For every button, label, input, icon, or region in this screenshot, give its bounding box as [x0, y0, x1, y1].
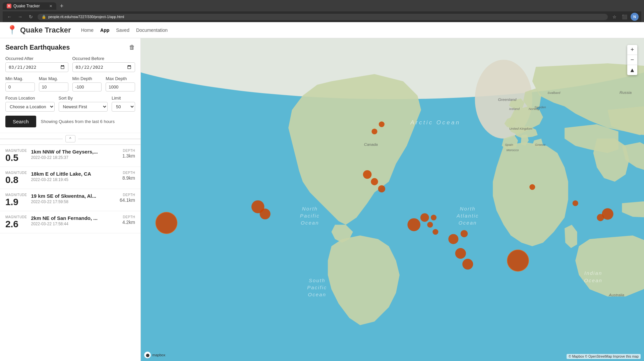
svg-point-30 [260, 208, 271, 219]
svg-point-34 [407, 218, 420, 231]
forward-button[interactable]: → [16, 13, 24, 21]
collapse-button[interactable]: ^ [65, 135, 75, 142]
quake-magnitude-group: MAGNITUDE 1.9 [5, 193, 27, 207]
svg-point-32 [371, 178, 378, 185]
mag-depth-row: Min Mag. Max Mag. Min Depth Max Depth [5, 76, 135, 92]
quake-list-item[interactable]: MAGNITUDE 2.6 2km NE of San Fernando, ..… [0, 211, 140, 233]
app-title: Quake Tracker [20, 26, 71, 35]
limit-select[interactable]: 10 25 50 100 [112, 102, 135, 112]
quake-name: 1km NNW of The Geysers,... [31, 149, 118, 155]
svg-text:Sweden: Sweden [534, 105, 546, 109]
min-depth-group: Min Depth [72, 76, 102, 92]
min-depth-input[interactable] [72, 82, 102, 92]
new-tab-button[interactable]: + [58, 2, 66, 10]
map-controls: + − ▲ [627, 45, 637, 75]
quake-list-item[interactable]: MAGNITUDE 0.8 18km E of Little Lake, CA … [0, 167, 140, 189]
search-button[interactable]: Search [5, 116, 36, 127]
depth-label: DEPTH [120, 193, 135, 197]
svg-point-40 [461, 230, 468, 237]
quake-info: 1km NNW of The Geysers,... 2022-03-22 18… [27, 149, 122, 160]
app-logo: 📍 Quake Tracker [7, 25, 71, 35]
max-mag-input[interactable] [39, 82, 68, 92]
nav-documentation[interactable]: Documentation [136, 27, 168, 33]
main-layout: Search Earthquakes 🗑 Occurred After Occu… [0, 38, 644, 361]
svg-text:Ocean: Ocean [584, 278, 602, 283]
svg-text:Greece: Greece [535, 143, 546, 146]
svg-text:Ocean: Ocean [459, 220, 477, 226]
svg-point-42 [462, 259, 473, 269]
magnitude-label: MAGNITUDE [5, 171, 27, 175]
reload-button[interactable]: ↻ [27, 13, 35, 21]
min-mag-input[interactable] [5, 82, 35, 92]
focus-location-select[interactable]: Choose a Location North America South Am… [5, 102, 55, 112]
quake-depth-group: DEPTH 64.1km [120, 193, 135, 203]
address-bar[interactable]: 🔒 people.rit.edu/nsw7227/330/project-1/a… [38, 14, 608, 20]
quake-time: 2022-03-22 17:58:44 [31, 222, 118, 226]
svg-point-36 [427, 222, 433, 228]
nav-home[interactable]: Home [81, 27, 94, 33]
svg-text:Indian: Indian [584, 270, 602, 276]
quake-info: 19 km SE of Skwentna, Al... 2022-03-22 1… [27, 193, 120, 204]
svg-point-41 [455, 248, 466, 259]
active-tab[interactable]: R Quake Tracker ✕ [3, 2, 56, 10]
zoom-in-button[interactable]: + [627, 45, 637, 55]
clear-button[interactable]: 🗑 [129, 44, 135, 51]
search-action-row: Search Showing Quakes from the last 6 ho… [5, 116, 135, 127]
logo-pin-icon: 📍 [7, 25, 17, 35]
sidebar: Search Earthquakes 🗑 Occurred After Occu… [0, 38, 141, 361]
magnitude-value: 0.8 [5, 175, 27, 185]
min-mag-label: Min Mag. [5, 76, 35, 81]
svg-text:Atlantic: Atlantic [456, 213, 479, 219]
magnitude-value: 2.6 [5, 220, 27, 229]
search-panel: Search Earthquakes 🗑 Occurred After Occu… [0, 38, 140, 133]
svg-text:Greenland: Greenland [498, 97, 516, 102]
svg-text:Russia: Russia [620, 90, 632, 95]
max-depth-input[interactable] [106, 82, 135, 92]
magnitude-label: MAGNITUDE [5, 193, 27, 197]
nav-app[interactable]: App [100, 27, 109, 33]
map-attribution[interactable]: © Mapbox © OpenStreetMap Improve this ma… [567, 354, 641, 359]
magnitude-value: 0.5 [5, 153, 27, 163]
limit-label: Limit [112, 96, 135, 101]
extensions-button[interactable]: ⬛ [621, 13, 629, 21]
svg-text:Arctic Ocean: Arctic Ocean [410, 119, 460, 126]
magnitude-label: MAGNITUDE [5, 149, 27, 153]
svg-text:Australia: Australia [608, 293, 624, 297]
browser-chrome: R Quake Tracker ✕ + ← → ↻ 🔒 people.rit.e… [0, 0, 644, 22]
quake-depth-group: DEPTH 1.3km [122, 149, 135, 159]
nav-row: ← → ↻ 🔒 people.rit.edu/nsw7227/330/proje… [3, 11, 641, 22]
profile-button[interactable]: N [631, 13, 639, 21]
magnitude-value: 1.9 [5, 197, 27, 207]
occurred-after-label: Occurred After [5, 56, 68, 61]
quake-magnitude-group: MAGNITUDE 0.5 [5, 149, 27, 163]
quake-time: 2022-03-22 17:59:58 [31, 199, 116, 204]
magnitude-label: MAGNITUDE [5, 215, 27, 219]
occurred-before-group: Occurred Before [72, 56, 135, 72]
svg-point-37 [431, 215, 436, 220]
svg-text:Iceland: Iceland [509, 107, 520, 111]
depth-label: DEPTH [122, 149, 135, 153]
svg-text:North: North [302, 206, 318, 212]
quake-list-item[interactable]: MAGNITUDE 1.9 19 km SE of Skwentna, Al..… [0, 189, 140, 211]
mapbox-icon: ⬤ [144, 352, 151, 358]
occurred-before-input[interactable] [72, 62, 135, 72]
svg-point-33 [378, 185, 385, 192]
back-button[interactable]: ← [5, 13, 13, 21]
depth-value: 8.9km [122, 175, 135, 181]
occurred-before-label: Occurred Before [72, 56, 135, 61]
svg-text:Pacific: Pacific [300, 213, 320, 219]
url-text: people.rit.edu/nsw7227/330/project-1/app… [48, 15, 124, 19]
quake-time: 2022-03-22 18:19:45 [31, 177, 118, 182]
svg-text:Canada: Canada [364, 142, 378, 146]
svg-point-50 [379, 121, 385, 127]
svg-text:Spain: Spain [505, 143, 513, 146]
sort-by-select[interactable]: Newest First Oldest First Largest Magnit… [59, 102, 108, 112]
tab-close-button[interactable]: ✕ [49, 4, 52, 8]
occurred-after-input[interactable] [5, 62, 68, 72]
nav-saved[interactable]: Saved [116, 27, 129, 33]
bookmark-button[interactable]: ☆ [610, 13, 619, 21]
svg-point-48 [573, 200, 578, 206]
north-button[interactable]: ▲ [627, 65, 637, 75]
zoom-out-button[interactable]: − [627, 55, 637, 65]
quake-list-item[interactable]: MAGNITUDE 0.5 1km NNW of The Geysers,...… [0, 145, 140, 167]
